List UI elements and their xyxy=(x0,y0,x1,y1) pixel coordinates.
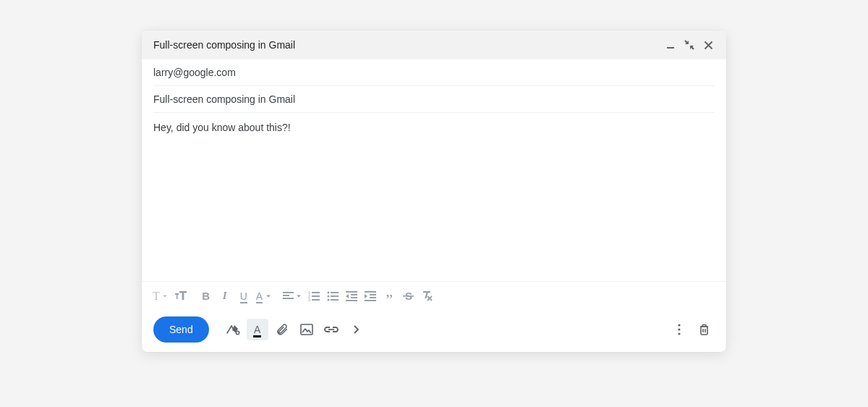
text-color-icon: A xyxy=(256,291,263,301)
message-body[interactable]: Hey, did you know about this?! xyxy=(142,113,726,281)
to-field[interactable]: larry@google.com xyxy=(153,59,715,86)
formatting-toolbar: T B I U A 123 xyxy=(142,281,726,310)
svg-rect-5 xyxy=(283,298,294,299)
font-family-button[interactable]: T xyxy=(150,286,170,306)
align-icon xyxy=(283,291,294,301)
svg-rect-10 xyxy=(312,295,320,297)
more-options-button[interactable] xyxy=(668,319,690,340)
insert-image-button[interactable] xyxy=(296,319,318,340)
font-size-button[interactable] xyxy=(171,286,190,306)
toggle-formatting-button[interactable] xyxy=(222,319,244,340)
send-button[interactable]: Send xyxy=(153,316,209,343)
underline-icon: U xyxy=(240,291,247,301)
underline-button[interactable]: U xyxy=(235,286,252,306)
indent-more-button[interactable] xyxy=(362,286,379,306)
paperclip-icon xyxy=(276,323,289,336)
chevron-right-icon xyxy=(352,324,359,335)
body-text: Hey, did you know about this?! xyxy=(153,122,291,133)
indent-less-button[interactable] xyxy=(343,286,360,306)
svg-rect-9 xyxy=(312,292,320,293)
image-icon xyxy=(300,324,313,335)
svg-rect-11 xyxy=(312,299,320,301)
svg-point-14 xyxy=(328,298,330,301)
svg-rect-25 xyxy=(365,300,376,301)
indent-less-icon xyxy=(346,291,357,301)
minimize-button[interactable] xyxy=(663,37,678,53)
text-style-icon: A xyxy=(254,324,260,335)
subject-field[interactable]: Full-screen composing in Gmail xyxy=(153,86,715,113)
close-icon xyxy=(704,41,713,50)
svg-rect-36 xyxy=(701,327,707,335)
font-family-icon: T xyxy=(153,290,160,303)
svg-point-12 xyxy=(328,291,330,293)
trash-icon xyxy=(699,324,710,336)
attach-button[interactable] xyxy=(271,319,293,340)
link-icon xyxy=(324,325,339,334)
window-title: Full-screen composing in Gmail xyxy=(153,39,660,51)
titlebar: Full-screen composing in Gmail xyxy=(142,30,726,59)
svg-rect-24 xyxy=(370,297,376,298)
compose-window: Full-screen composing in Gmail larry@goo… xyxy=(142,30,726,352)
strikethrough-button[interactable]: S xyxy=(399,286,417,306)
quote-button[interactable]: ” xyxy=(380,286,398,306)
svg-point-34 xyxy=(678,328,680,330)
action-bar: Send A xyxy=(142,310,726,352)
svg-point-30 xyxy=(236,331,239,334)
align-button[interactable] xyxy=(281,286,304,306)
caret-down-icon xyxy=(265,293,271,299)
pen-a-icon xyxy=(226,323,240,336)
italic-button[interactable]: I xyxy=(216,286,234,306)
svg-rect-18 xyxy=(346,291,357,293)
svg-rect-27 xyxy=(403,295,414,297)
exit-fullscreen-button[interactable] xyxy=(681,37,697,53)
svg-point-35 xyxy=(678,332,680,335)
font-size-icon xyxy=(174,290,188,302)
svg-rect-22 xyxy=(365,291,376,293)
caret-down-icon xyxy=(296,293,302,299)
minimize-icon xyxy=(666,41,675,49)
remove-formatting-button[interactable] xyxy=(418,286,435,306)
exit-fullscreen-icon xyxy=(684,40,694,50)
svg-rect-0 xyxy=(667,47,674,49)
more-vertical-icon xyxy=(678,324,681,335)
svg-rect-19 xyxy=(351,294,357,295)
numbered-list-button[interactable]: 123 xyxy=(305,286,323,306)
header-fields: larry@google.com Full-screen composing i… xyxy=(142,59,726,113)
caret-down-icon xyxy=(162,293,168,299)
svg-rect-17 xyxy=(331,299,339,301)
more-insert-button[interactable] xyxy=(345,319,367,340)
italic-icon: I xyxy=(223,290,227,302)
numbered-list-icon: 123 xyxy=(308,291,320,301)
svg-rect-4 xyxy=(283,295,289,296)
insert-link-button[interactable] xyxy=(320,319,342,340)
bold-button[interactable]: B xyxy=(197,286,215,306)
remove-formatting-icon xyxy=(421,290,433,301)
strikethrough-icon: S xyxy=(403,290,414,301)
svg-rect-3 xyxy=(283,292,294,293)
svg-rect-16 xyxy=(331,295,339,297)
close-button[interactable] xyxy=(700,37,716,53)
svg-point-33 xyxy=(678,324,680,326)
text-style-button[interactable]: A xyxy=(247,319,268,340)
svg-rect-21 xyxy=(346,300,357,301)
svg-rect-15 xyxy=(331,292,339,293)
bold-icon: B xyxy=(202,290,210,302)
discard-draft-button[interactable] xyxy=(693,319,715,340)
svg-rect-23 xyxy=(370,294,376,295)
svg-point-13 xyxy=(328,295,330,297)
indent-more-icon xyxy=(365,291,376,301)
text-color-button[interactable]: A xyxy=(254,286,273,306)
bulleted-list-button[interactable] xyxy=(324,286,341,306)
svg-text:3: 3 xyxy=(308,298,310,301)
bulleted-list-icon xyxy=(327,291,339,301)
svg-rect-20 xyxy=(351,297,357,298)
